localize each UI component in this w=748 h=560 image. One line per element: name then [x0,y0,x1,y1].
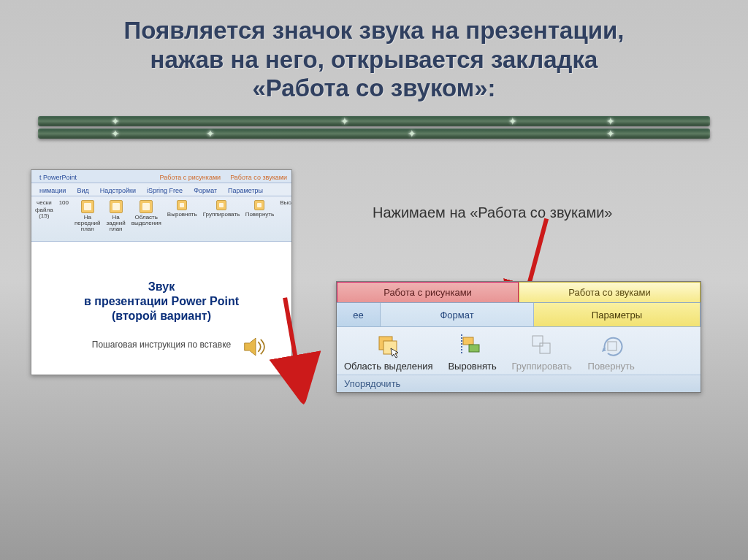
rbn-group[interactable]: Группировать [201,199,242,218]
right-screenshot: Работа с рисунками Работа со звуками ее … [336,281,701,393]
tab-options-big[interactable]: Параметры [534,303,701,327]
rbn-rotate[interactable]: Повернуть [243,199,277,218]
tab-view[interactable]: Вид [72,185,94,196]
rotate-icon [254,200,264,210]
rbn-height[interactable]: Высот [278,199,291,207]
tab-animations[interactable]: нимации [34,185,71,196]
ribbon-subtabs: нимации Вид Надстройки iSpring Free Форм… [31,183,291,196]
inner-slide-subtitle: Пошаговая инструкция по вставке [92,340,231,350]
rbn-selpane[interactable]: Область выделения [129,199,164,227]
slide-title: Появляется значок звука на презентации, … [0,0,748,103]
title-line-2: нажав на него, открывается закладка [29,45,719,74]
tab-frag[interactable]: ее [337,303,381,327]
tab-format-big[interactable]: Формат [381,303,534,327]
instruction-caption: Нажимаем на «Работа со звуками» [373,204,612,221]
group-icon [216,200,226,210]
selection-pane-icon-big [376,334,401,358]
group-icon-big [530,333,554,358]
selection-pane-icon [140,200,153,213]
title-line-1: Появляется значок звука на презентации, [29,16,719,45]
align-icon [177,200,187,210]
btn-selection-pane[interactable]: Область выделения [340,331,438,373]
rbn-auto[interactable]: ческифайла (15) [33,199,56,220]
ribbon-tab-row-big: ее Формат Параметры [337,302,701,327]
btn-align[interactable]: Выровнять [440,331,505,373]
tab-format[interactable]: Формат [188,185,222,196]
tab-options[interactable]: Параметры [223,185,268,196]
svg-rect-4 [463,337,473,345]
svg-rect-8 [540,343,550,353]
context-tab-row: Работа с рисунками Работа со звуками [337,282,701,302]
inner-slide-title: Звук в презентации Power Point (второй в… [84,280,239,323]
ribbon-body: ческифайла (15) 100 На передний план На … [31,196,291,242]
rotate-icon-big [599,333,624,358]
btn-rotate: Повернуть [579,331,644,373]
btn-group: Группировать [508,331,576,373]
rbn-val[interactable]: 100 [57,199,71,207]
tab-addins[interactable]: Надстройки [95,185,141,196]
context-tab-sounds[interactable]: Работа со звуками [226,172,291,183]
send-back-icon [110,200,123,213]
svg-rect-7 [533,336,543,346]
svg-rect-5 [469,345,479,352]
context-tab-pictures-big[interactable]: Работа с рисунками [337,282,519,302]
bring-front-icon [81,200,94,213]
svg-line-0 [258,298,324,364]
ribbon-tab-row: t PowerPoint Работа с рисунками Работа с… [31,170,291,183]
context-tab-sounds-big[interactable]: Работа со звуками [519,282,701,302]
rbn-align[interactable]: Выровнять [165,199,199,218]
ribbon-group-arrange: Область выделения Выровнять Группировать… [337,327,701,375]
rbn-front[interactable]: На передний план [72,199,103,233]
tab-ispring[interactable]: iSpring Free [142,185,188,196]
title-line-3: «Работа со звуком»: [29,74,719,103]
rbn-back[interactable]: На задний план [104,199,128,233]
svg-rect-9 [608,342,617,350]
app-name: t PowerPoint [34,172,82,183]
decorative-divider: ✦✦ ✦✦ [38,116,710,139]
ribbon-group-label: Упорядочить [337,375,701,392]
align-icon-big [460,333,485,358]
context-tab-pictures[interactable]: Работа с рисунками [156,172,226,183]
